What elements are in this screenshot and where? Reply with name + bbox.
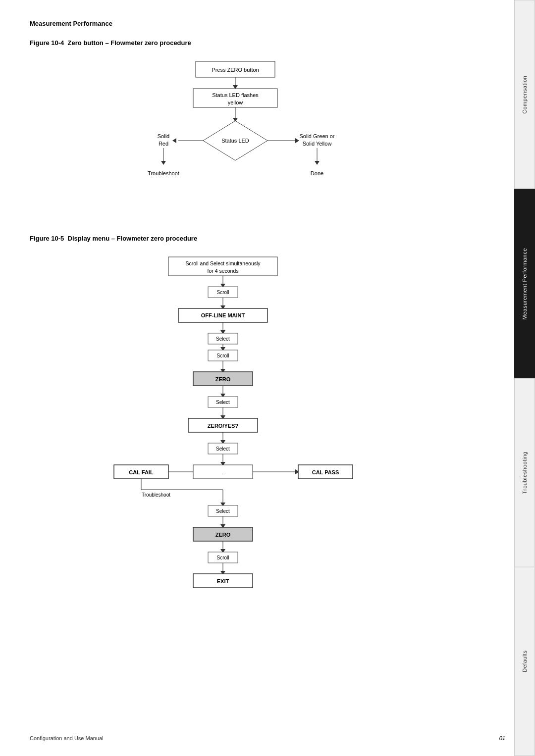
svg-text:Scroll: Scroll <box>216 353 229 358</box>
footer-left: Configuration and Use Manual <box>30 735 104 741</box>
tab-defaults[interactable]: Defaults <box>514 567 535 756</box>
svg-text:Select: Select <box>216 446 230 452</box>
figure1-title: Figure 10-4 Zero button – Flowmeter zero… <box>30 39 456 47</box>
tab-measurement-performance[interactable]: Measurement Performance <box>514 189 535 378</box>
svg-text:Done: Done <box>311 170 323 176</box>
svg-text:Solid: Solid <box>158 133 169 139</box>
tab-compensation[interactable]: Compensation <box>514 0 535 189</box>
svg-text:Solid Green or: Solid Green or <box>300 133 335 139</box>
svg-text:ZERO: ZERO <box>215 376 231 382</box>
figure2-flowchart: Scroll and Select simultaneously for 4 s… <box>74 252 411 638</box>
svg-text:Select: Select <box>216 508 230 514</box>
svg-marker-18 <box>295 138 299 143</box>
section-title: Measurement Performance <box>30 20 456 27</box>
svg-text:Select: Select <box>216 400 230 405</box>
svg-text:Scroll  and Select simultaneou: Scroll and Select simultaneously <box>185 260 261 266</box>
svg-text:Scroll: Scroll <box>216 290 229 295</box>
svg-text:for 4 seconds: for 4 seconds <box>207 268 238 274</box>
svg-text:Solid Yellow: Solid Yellow <box>303 141 332 147</box>
svg-text:CAL PASS: CAL PASS <box>312 469 339 475</box>
node-press-zero: Press ZERO button <box>212 67 259 73</box>
sidebar-tabs: Compensation Measurement Performance Tro… <box>514 0 535 756</box>
svg-text:ZERO: ZERO <box>215 532 231 538</box>
svg-marker-22 <box>315 161 320 165</box>
svg-text:EXIT: EXIT <box>217 578 229 584</box>
svg-text:ZERO/YES?: ZERO/YES? <box>208 423 239 429</box>
figure1-flowchart: Press ZERO button Status LED flashes yel… <box>89 56 396 215</box>
svg-text:OFF-LINE MAINT: OFF-LINE MAINT <box>201 312 245 318</box>
svg-marker-11 <box>172 138 176 143</box>
page-content: Measurement Performance Figure 10-4 Zero… <box>0 0 485 668</box>
svg-text:Status LED flashes: Status LED flashes <box>212 92 259 98</box>
svg-text:yellow: yellow <box>228 100 243 105</box>
svg-text:Red: Red <box>159 141 168 147</box>
svg-text:Troubleshoot: Troubleshoot <box>148 170 179 176</box>
svg-marker-15 <box>161 161 166 165</box>
figure2-title: Figure 10-5 Display menu – Flowmeter zer… <box>30 235 456 242</box>
svg-text:Select: Select <box>216 336 230 342</box>
svg-text:Scroll: Scroll <box>216 555 229 560</box>
svg-text:CAL FAIL: CAL FAIL <box>129 469 154 475</box>
tab-troubleshooting[interactable]: Troubleshooting <box>514 378 535 567</box>
footer-right: 01 <box>499 735 505 741</box>
svg-text:Status LED: Status LED <box>221 138 249 144</box>
svg-text:.: . <box>222 469 223 475</box>
svg-text:Troubleshoot: Troubleshoot <box>142 492 170 498</box>
